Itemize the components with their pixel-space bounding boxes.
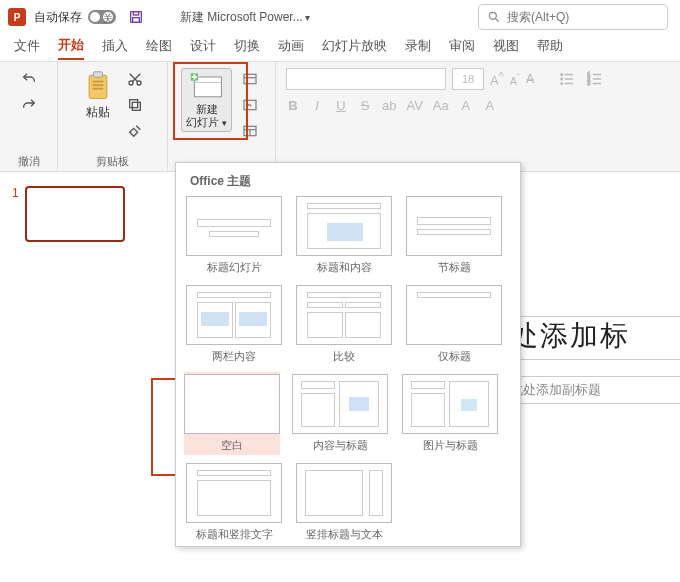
document-title[interactable]: 新建 Microsoft Power...▾ [180,9,310,26]
layout-label: 内容与标题 [313,438,368,453]
tab-切换[interactable]: 切换 [234,37,260,59]
increase-font-button[interactable]: A^ [490,70,504,88]
slide-reset-button[interactable] [238,94,262,116]
title-placeholder[interactable]: 处添加标 [510,317,680,355]
format-btn-1[interactable]: I [310,98,324,113]
bullets-icon[interactable] [558,70,576,88]
thumbnail-number: 1 [12,186,19,242]
autosave-toggle[interactable]: 自动保存 关 [34,9,116,26]
tab-设计[interactable]: 设计 [190,37,216,59]
save-button[interactable] [124,6,148,28]
svg-rect-9 [92,88,103,90]
layout-option-5[interactable]: 仅标题 [406,285,502,364]
tab-帮助[interactable]: 帮助 [537,37,563,59]
layout-label: 图片与标题 [423,438,478,453]
format-btn-6[interactable]: Aa [433,98,449,113]
svg-rect-2 [133,18,140,23]
group-label-undo: 撤消 [18,154,40,169]
svg-rect-1 [133,12,138,15]
font-size-select[interactable]: 18 [452,68,484,90]
tab-文件[interactable]: 文件 [14,37,40,59]
scissors-icon [127,71,143,87]
format-btn-7[interactable]: A [459,98,473,113]
search-placeholder: 搜索(Alt+Q) [507,9,569,26]
cut-button[interactable] [123,68,147,90]
format-painter-button[interactable] [123,120,147,142]
tab-插入[interactable]: 插入 [102,37,128,59]
layout-label: 标题和竖排文字 [196,527,273,542]
layout-option-7[interactable]: 内容与标题 [292,374,388,453]
new-slide-icon [189,71,225,101]
layout-label: 仅标题 [438,349,471,364]
slide-layout-button[interactable] [238,68,262,90]
clear-format-button[interactable]: A̶ [526,72,534,86]
new-slide-button[interactable]: 新建幻灯片 ▾ [181,68,232,132]
autosave-label: 自动保存 [34,9,82,26]
layout-option-6[interactable]: 空白 [184,372,280,455]
tab-录制[interactable]: 录制 [405,37,431,59]
chevron-down-icon: ▾ [222,118,227,128]
tab-绘图[interactable]: 绘图 [146,37,172,59]
undo-button[interactable] [17,68,41,90]
svg-point-27 [561,74,563,76]
layout-label: 比较 [333,349,355,364]
copy-button[interactable] [123,94,147,116]
numbering-icon[interactable]: 123 [586,70,604,88]
tab-视图[interactable]: 视图 [493,37,519,59]
layout-label: 竖排标题与文本 [306,527,383,542]
svg-point-29 [561,78,563,80]
search-icon [487,10,501,24]
layout-option-3[interactable]: 两栏内容 [186,285,282,364]
svg-point-3 [489,12,496,19]
slide-thumbnail[interactable] [25,186,125,242]
format-btn-8[interactable]: A [483,98,497,113]
svg-line-4 [496,19,499,22]
format-btn-0[interactable]: B [286,98,300,113]
layout-label: 两栏内容 [212,349,256,364]
app-icon: P [8,8,26,26]
decrease-font-button[interactable]: Aˇ [510,72,520,87]
layout-label: 节标题 [438,260,471,275]
group-label-clipboard: 剪贴板 [96,154,129,169]
ribbon-tabs: 文件开始插入绘图设计切换动画幻灯片放映录制审阅视图帮助 [0,34,680,62]
copy-icon [127,97,143,113]
slide-thumbnails: 1 [0,172,155,582]
layout-option-0[interactable]: 标题幻灯片 [186,196,282,275]
font-group: 18 A^ Aˇ A̶ 123 BIUSabAVAaAA [276,62,680,171]
format-btn-3[interactable]: S [358,98,372,113]
layout-option-4[interactable]: 比较 [296,285,392,364]
svg-rect-8 [92,84,103,86]
switch-icon: 关 [88,10,116,24]
panel-title: Office 主题 [186,171,510,196]
clipboard-icon [83,70,113,102]
layout-option-8[interactable]: 图片与标题 [402,374,498,453]
layout-option-9[interactable]: 标题和竖排文字 [186,463,282,542]
brush-icon [127,123,143,139]
ribbon: 撤消 粘贴 剪贴板 新建幻灯片 ▾ [0,62,680,172]
format-btn-5[interactable]: AV [406,98,422,113]
svg-rect-21 [244,74,256,83]
svg-rect-6 [93,72,102,77]
tab-幻灯片放映[interactable]: 幻灯片放映 [322,37,387,59]
layout-gallery: Office 主题 标题幻灯片标题和内容节标题两栏内容比较仅标题空白内容与标题图… [175,162,521,547]
layout-option-1[interactable]: 标题和内容 [296,196,392,275]
layout-label: 标题幻灯片 [207,260,262,275]
svg-rect-16 [194,77,221,97]
svg-rect-5 [89,75,107,98]
format-btn-4[interactable]: ab [382,98,396,113]
svg-point-31 [561,83,563,85]
layout-option-10[interactable]: 竖排标题与文本 [296,463,392,542]
layout-option-2[interactable]: 节标题 [406,196,502,275]
paste-button[interactable]: 粘贴 [79,68,117,123]
tab-开始[interactable]: 开始 [58,36,84,60]
search-input[interactable]: 搜索(Alt+Q) [478,4,668,30]
tab-审阅[interactable]: 审阅 [449,37,475,59]
tab-动画[interactable]: 动画 [278,37,304,59]
slide-section-button[interactable] [238,120,262,142]
format-btn-2[interactable]: U [334,98,348,113]
redo-button[interactable] [17,94,41,116]
font-family-select[interactable] [286,68,446,90]
layout-label: 标题和内容 [317,260,372,275]
subtitle-placeholder[interactable]: 此处添加副标题 [510,376,680,404]
layout-label: 空白 [221,438,243,453]
